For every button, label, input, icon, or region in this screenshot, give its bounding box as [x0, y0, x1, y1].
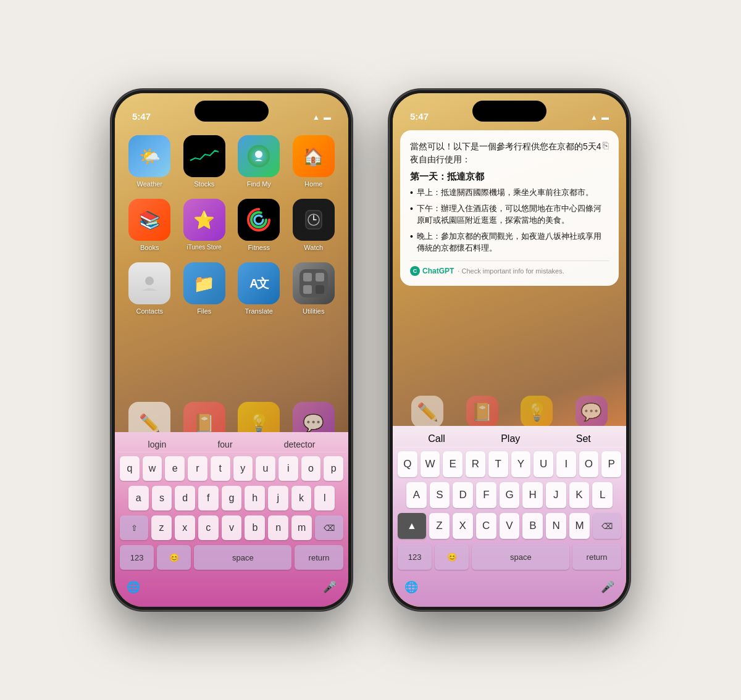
key-o[interactable]: o	[301, 456, 321, 481]
app-files[interactable]: 📁 Files	[180, 262, 230, 315]
key-i[interactable]: i	[278, 456, 298, 481]
left-phone-screen: 5:47 ▲ ▬ 🌤️ Weather	[115, 93, 348, 607]
shift-key[interactable]: ⇧	[120, 515, 148, 540]
app-translate[interactable]: A文 Translate	[234, 262, 284, 315]
key-Z[interactable]: Z	[429, 513, 450, 539]
suggestion-r-2[interactable]: Play	[501, 433, 520, 444]
app-contacts[interactable]: Contacts	[125, 262, 175, 315]
status-icons: ▲ ▬	[312, 113, 331, 122]
key-W[interactable]: W	[421, 451, 440, 477]
key-d[interactable]: d	[175, 486, 195, 510]
key-x[interactable]: x	[175, 515, 195, 540]
key-w[interactable]: w	[143, 456, 162, 481]
svg-rect-15	[303, 285, 312, 294]
key-g[interactable]: g	[222, 486, 242, 510]
numbers-key[interactable]: 123	[120, 545, 154, 570]
key-C[interactable]: C	[476, 513, 496, 539]
key-L[interactable]: L	[592, 482, 613, 508]
delete-key[interactable]: ⌫	[315, 515, 343, 540]
suggestion-1[interactable]: login	[148, 440, 167, 449]
copy-icon[interactable]: ⎘	[603, 140, 609, 151]
key-F[interactable]: F	[476, 482, 496, 508]
return-key-right[interactable]: return	[572, 544, 621, 570]
numbers-key-right[interactable]: 123	[398, 544, 432, 570]
key-b[interactable]: b	[245, 515, 265, 540]
key-A[interactable]: A	[406, 482, 427, 508]
shift-key-right[interactable]: ▲	[398, 513, 426, 539]
key-B[interactable]: B	[522, 513, 543, 539]
key-Y[interactable]: Y	[511, 451, 531, 477]
right-phone-frame: 5:47 ▲ ▬ 當然可以！以下是一個參考行程供您在京都的5天4夜自由行使用： …	[389, 90, 630, 610]
key-u[interactable]: u	[256, 456, 275, 481]
home-label: Home	[304, 180, 322, 188]
bullet-dot-1: •	[410, 188, 413, 199]
key-k[interactable]: k	[291, 486, 312, 510]
key-X[interactable]: X	[453, 513, 473, 539]
app-weather[interactable]: 🌤️ Weather	[125, 135, 175, 188]
key-U[interactable]: U	[534, 451, 553, 477]
suggestion-3[interactable]: detector	[284, 440, 316, 449]
key-G[interactable]: G	[500, 482, 520, 508]
key-row-2: a s d f g h j k l	[117, 486, 346, 510]
app-stocks[interactable]: Stocks	[180, 135, 230, 188]
key-s[interactable]: s	[152, 486, 172, 510]
key-M[interactable]: M	[569, 513, 590, 539]
globe-key-right[interactable]: 🌐	[400, 575, 422, 599]
key-I[interactable]: I	[556, 451, 576, 477]
key-K[interactable]: K	[569, 482, 590, 508]
space-key[interactable]: space	[194, 545, 291, 570]
key-row-1: q w e r t y u i o p	[117, 456, 346, 481]
app-home[interactable]: 🏠 Home	[289, 135, 339, 188]
key-n[interactable]: n	[268, 515, 288, 540]
wifi-icon: ▲	[312, 113, 320, 122]
space-key-right[interactable]: space	[472, 544, 569, 570]
emoji-key[interactable]: 😊	[157, 545, 191, 570]
key-J[interactable]: J	[546, 482, 566, 508]
key-y[interactable]: y	[233, 456, 253, 481]
app-books[interactable]: 📚 Books	[125, 199, 175, 251]
emoji-key-right[interactable]: 😊	[435, 544, 469, 570]
key-Q[interactable]: Q	[398, 451, 417, 477]
key-a[interactable]: a	[128, 486, 149, 510]
key-O[interactable]: O	[579, 451, 599, 477]
app-findmy[interactable]: Find My	[234, 135, 284, 188]
key-V[interactable]: V	[500, 513, 520, 539]
key-j[interactable]: j	[268, 486, 288, 510]
key-v[interactable]: v	[222, 515, 242, 540]
app-watch[interactable]: Watch	[289, 199, 339, 251]
key-S[interactable]: S	[430, 482, 450, 508]
key-p[interactable]: p	[324, 456, 343, 481]
suggestion-2[interactable]: four	[217, 440, 232, 449]
home-icon: 🏠	[293, 135, 335, 177]
key-N[interactable]: N	[546, 513, 566, 539]
key-P[interactable]: P	[601, 451, 621, 477]
return-key[interactable]: return	[295, 545, 343, 570]
key-R[interactable]: R	[466, 451, 485, 477]
globe-key[interactable]: 🌐	[122, 575, 144, 599]
key-h[interactable]: h	[245, 486, 265, 510]
key-E[interactable]: E	[443, 451, 463, 477]
contacts-label: Contacts	[136, 307, 163, 315]
key-l[interactable]: l	[314, 486, 335, 510]
key-q[interactable]: q	[120, 456, 140, 481]
delete-key-right[interactable]: ⌫	[593, 513, 621, 539]
suggestion-r-3[interactable]: Set	[576, 433, 591, 444]
key-e[interactable]: e	[165, 456, 185, 481]
key-r[interactable]: r	[188, 456, 207, 481]
app-itunes[interactable]: ⭐ iTunes Store	[180, 199, 230, 251]
key-H[interactable]: H	[522, 482, 543, 508]
app-utilities[interactable]: Utilities	[289, 262, 339, 315]
key-f[interactable]: f	[198, 486, 219, 510]
key-T[interactable]: T	[488, 451, 508, 477]
mic-key-right[interactable]: 🎤	[597, 575, 619, 599]
key-t[interactable]: t	[211, 456, 230, 481]
mic-key[interactable]: 🎤	[319, 575, 341, 599]
key-m[interactable]: m	[291, 515, 312, 540]
key-D[interactable]: D	[453, 482, 473, 508]
files-label: Files	[197, 307, 211, 315]
app-fitness[interactable]: Fitness	[234, 199, 284, 251]
key-z[interactable]: z	[151, 515, 172, 540]
key-c[interactable]: c	[198, 515, 219, 540]
app-grid: 🌤️ Weather Stocks	[125, 135, 338, 315]
suggestion-r-1[interactable]: Call	[428, 433, 445, 444]
